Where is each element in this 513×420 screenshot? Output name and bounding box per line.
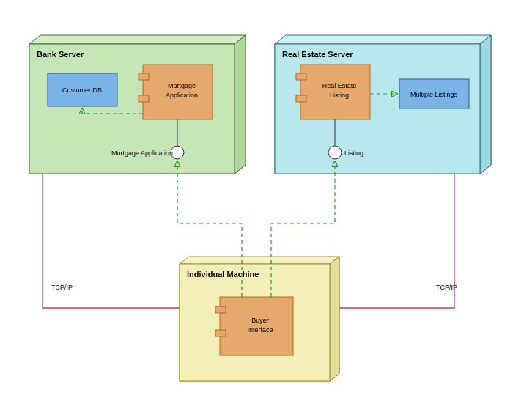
svg-rect-9 xyxy=(296,73,306,80)
tcpip-left-link: TCP/IP xyxy=(43,172,198,337)
mortgage-application: Mortgage Application xyxy=(139,65,213,119)
svg-rect-10 xyxy=(296,95,306,102)
svg-rect-17 xyxy=(215,330,226,336)
svg-point-13 xyxy=(328,146,342,159)
real-estate-server-title: Real Estate Server xyxy=(282,50,353,59)
tcpip-left-label: TCP/IP xyxy=(51,284,73,291)
buyer-interface: Buyer Interface xyxy=(215,297,293,355)
real-estate-server-node: Real Estate Server Real Estate Listing M… xyxy=(275,35,491,174)
svg-rect-3 xyxy=(139,73,149,80)
real-estate-listing-label-1: Real Estate xyxy=(322,82,357,89)
mortgage-application-label-1: Mortgage xyxy=(168,82,196,89)
mortgage-port-label: Mortgage Application xyxy=(111,150,173,157)
mortgage-application-label-2: Application xyxy=(166,92,198,99)
individual-machine-title: Individual Machine xyxy=(187,270,259,279)
real-estate-listing: Real Estate Listing xyxy=(296,65,370,119)
listing-port-label: Listing xyxy=(344,150,363,157)
deployment-diagram: TCP/IP TCP/IP Bank Server Customer DB Mo… xyxy=(0,0,513,420)
bank-server-title: Bank Server xyxy=(37,50,84,59)
tcpip-right-label: TCP/IP xyxy=(436,284,457,291)
customer-db: Customer DB xyxy=(48,73,117,106)
multiple-listings: Multiple Listings xyxy=(399,79,469,108)
svg-rect-16 xyxy=(215,306,226,313)
bank-server-node: Bank Server Customer DB Mortgage Applica… xyxy=(29,35,246,174)
buyer-interface-label-1: Buyer xyxy=(251,317,269,324)
multiple-listings-label: Multiple Listings xyxy=(410,91,458,98)
svg-rect-4 xyxy=(139,95,149,102)
real-estate-listing-label-2: Listing xyxy=(330,92,349,99)
individual-machine-node: Individual Machine Buyer Interface xyxy=(180,257,339,381)
customer-db-label: Customer DB xyxy=(62,86,102,94)
buyer-interface-label-2: Interface xyxy=(247,326,273,334)
